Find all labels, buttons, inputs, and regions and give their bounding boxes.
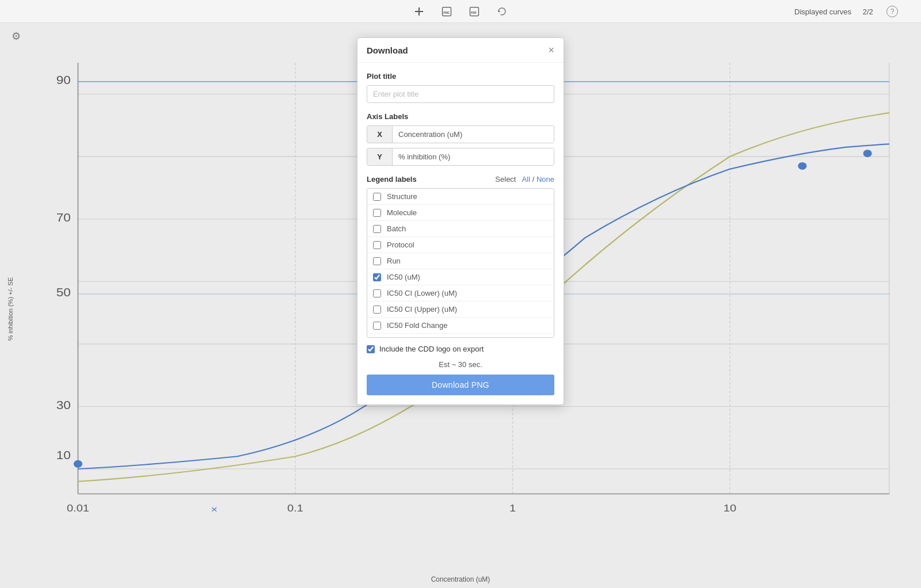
- x-axis-label: Concentration (uM): [431, 575, 490, 583]
- label-protocol: Protocol: [387, 240, 414, 249]
- label-ic50_fold_change: IC50 Fold Change: [387, 321, 448, 330]
- displayed-curves-label: Displayed curves: [794, 7, 851, 16]
- y-axis-label: % inhibition (%) +/- SE: [7, 277, 18, 341]
- svg-point-26: [863, 150, 872, 157]
- label-ic99_um: IC99 (uM): [387, 337, 420, 338]
- est-time: Est ~ 30 sec.: [367, 360, 554, 369]
- svg-text:10: 10: [724, 502, 736, 513]
- checkbox-ic50_um[interactable]: [373, 273, 381, 281]
- svg-text:30: 30: [56, 399, 71, 411]
- list-item: Batch: [367, 221, 554, 237]
- checkbox-protocol[interactable]: [373, 241, 381, 249]
- svg-point-25: [798, 162, 806, 170]
- list-item: Protocol: [367, 237, 554, 253]
- list-item: IC50 (uM): [367, 269, 554, 285]
- axis-labels-section: Axis Labels X Y: [367, 112, 554, 166]
- legend-header: Legend labels Select All / None: [367, 175, 554, 184]
- checkbox-molecule[interactable]: [373, 209, 381, 217]
- slash-separator: /: [532, 175, 536, 184]
- dialog-close-button[interactable]: ×: [548, 45, 554, 55]
- checkbox-ic50_ci_lower[interactable]: [373, 289, 381, 297]
- displayed-curves-info: Displayed curves 2/2 ?: [794, 0, 898, 23]
- plot-title-input[interactable]: [367, 85, 554, 103]
- label-molecule: Molecule: [387, 208, 417, 217]
- x-tag: X: [367, 126, 393, 143]
- download-dialog: Download × Plot title Axis Labels X Y Le…: [357, 37, 564, 405]
- list-item: IC99 (uM)▼: [367, 334, 554, 338]
- svg-text:10: 10: [56, 449, 71, 461]
- svg-text:0.01: 0.01: [67, 502, 89, 513]
- x-axis-row: X: [367, 125, 554, 143]
- checkbox-ic99_um[interactable]: [373, 338, 381, 338]
- select-none-link[interactable]: None: [536, 175, 554, 184]
- help-icon[interactable]: ?: [886, 6, 898, 17]
- svg-text:PNG: PNG: [443, 11, 450, 14]
- axis-labels-label: Axis Labels: [367, 112, 554, 121]
- cdd-logo-label: Include the CDD logo on export: [379, 345, 484, 353]
- x-axis-input[interactable]: [393, 126, 554, 143]
- select-all-link[interactable]: All: [522, 175, 530, 184]
- settings-icon[interactable]: ⚙: [12, 30, 21, 43]
- checkbox-ic50_ci_upper[interactable]: [373, 306, 381, 314]
- list-item: Structure: [367, 189, 554, 205]
- svg-text:1: 1: [509, 502, 516, 513]
- add-button[interactable]: [410, 3, 428, 20]
- checkbox-run[interactable]: [373, 257, 381, 265]
- label-ic50_ci_lower: IC50 CI (Lower) (uM): [387, 289, 457, 297]
- svg-text:90: 90: [56, 74, 71, 86]
- checkbox-structure[interactable]: [373, 193, 381, 201]
- cdd-logo-row: Include the CDD logo on export: [367, 345, 554, 353]
- cdd-logo-checkbox[interactable]: [367, 345, 375, 353]
- svg-text:50: 50: [56, 287, 71, 299]
- legend-select-links: Select All / None: [495, 175, 554, 184]
- legend-labels-label: Legend labels: [367, 175, 417, 184]
- legend-section: Legend labels Select All / None Structur…: [367, 175, 554, 338]
- label-run: Run: [387, 257, 401, 265]
- refresh-button[interactable]: [493, 3, 511, 20]
- checkbox-ic50_fold_change[interactable]: [373, 322, 381, 330]
- checkbox-batch[interactable]: [373, 225, 381, 233]
- svg-text:70: 70: [56, 212, 71, 224]
- export-pdf-button[interactable]: PDF: [465, 3, 484, 20]
- export-png-button[interactable]: PNG: [437, 3, 456, 20]
- svg-text:PDF: PDF: [471, 11, 477, 14]
- list-item: Run: [367, 253, 554, 269]
- list-item: IC50 CI (Lower) (uM): [367, 285, 554, 301]
- svg-point-22: [74, 460, 82, 468]
- label-structure: Structure: [387, 192, 417, 201]
- displayed-curves-count: 2/2: [863, 7, 873, 16]
- svg-text:×: ×: [211, 503, 218, 514]
- dropdown-arrow-icon[interactable]: ▼: [541, 338, 548, 338]
- label-ic50_um: IC50 (uM): [387, 273, 420, 281]
- dialog-body: Plot title Axis Labels X Y Legend labels…: [357, 63, 564, 404]
- list-item: IC50 Fold Change: [367, 318, 554, 334]
- y-tag: Y: [367, 148, 393, 165]
- legend-checkbox-list: StructureMoleculeBatchProtocolRunIC50 (u…: [367, 188, 554, 338]
- label-ic50_ci_upper: IC50 CI (Upper) (uM): [387, 305, 457, 314]
- toolbar: PNG PDF Displayed curves 2/2 ?: [0, 0, 921, 23]
- download-png-button[interactable]: Download PNG: [367, 375, 554, 395]
- plot-title-label: Plot title: [367, 72, 554, 81]
- dialog-header: Download ×: [357, 38, 564, 63]
- list-item: IC50 CI (Upper) (uM): [367, 301, 554, 318]
- y-axis-row: Y: [367, 148, 554, 166]
- label-batch: Batch: [387, 224, 406, 233]
- list-item: Molecule: [367, 205, 554, 221]
- y-axis-input[interactable]: [393, 148, 554, 165]
- svg-text:0.1: 0.1: [287, 502, 303, 513]
- dialog-title: Download: [367, 45, 408, 55]
- select-text: Select: [495, 175, 516, 184]
